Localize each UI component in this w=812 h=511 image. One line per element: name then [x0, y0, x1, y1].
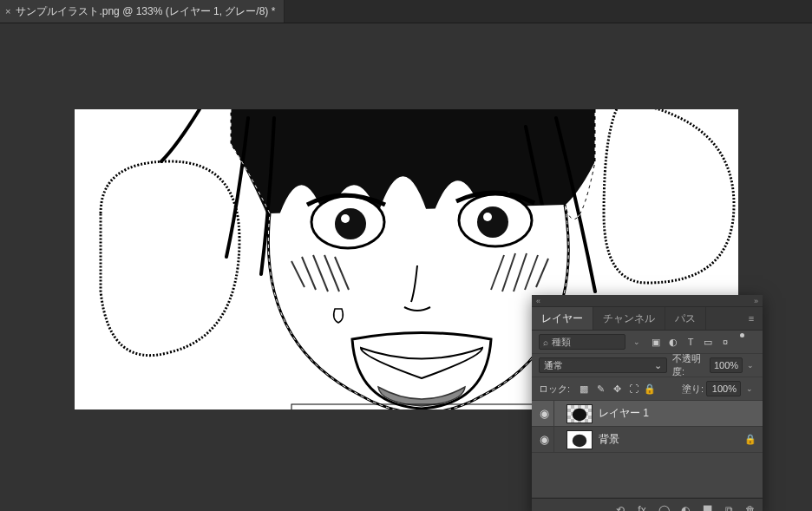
chevron-down-icon[interactable]: ⌄: [745, 361, 756, 370]
lock-transparency-icon[interactable]: ▩: [578, 383, 590, 395]
chevron-down-icon[interactable]: ⌄: [743, 384, 756, 393]
layer-fx-icon[interactable]: fx: [635, 503, 649, 512]
panel-menu-icon[interactable]: ≡: [740, 307, 763, 330]
svg-point-3: [341, 214, 350, 223]
panel-tab-strip: レイヤー チャンネル パス ≡: [532, 307, 763, 331]
visibility-toggle-icon[interactable]: ◉: [535, 427, 554, 452]
filter-smartobject-icon[interactable]: ¤: [719, 336, 731, 348]
lock-artboard-icon[interactable]: ⛶: [627, 383, 639, 395]
document-tab-title: サンプルイラスト.png @ 133% (レイヤー 1, グレー/8) *: [16, 4, 275, 19]
new-group-icon[interactable]: ▇: [700, 503, 714, 512]
blend-mode-select[interactable]: 通常 ⌄: [539, 357, 667, 373]
layer-item[interactable]: ◉ レイヤー 1: [532, 401, 763, 427]
svg-point-2: [335, 208, 366, 239]
link-layers-icon[interactable]: ⟲: [613, 503, 627, 512]
lock-position-icon[interactable]: ✥: [611, 383, 623, 395]
filter-pixel-icon[interactable]: ▣: [650, 336, 662, 348]
delete-layer-icon[interactable]: 🗑: [743, 503, 757, 512]
tab-layers[interactable]: レイヤー: [532, 307, 593, 330]
lock-fill-row: ロック: ▩ ✎ ✥ ⛶ 🔒 塗り: 100% ⌄: [532, 377, 763, 401]
document-tab-bar: × サンプルイラスト.png @ 133% (レイヤー 1, グレー/8) *: [0, 0, 812, 23]
collapse-right-icon[interactable]: »: [754, 297, 758, 305]
lock-image-icon[interactable]: ✎: [594, 383, 606, 395]
layers-panel-footer: ⟲ fx ◯ ◐ ▇ ⧉ 🗑: [532, 498, 763, 511]
new-layer-icon[interactable]: ⧉: [722, 503, 736, 512]
layer-filter-row: ⌕ 種類 ⌄ ▣ ◐ T ▭ ¤: [532, 331, 763, 354]
close-tab-icon[interactable]: ×: [5, 6, 10, 16]
visibility-toggle-icon[interactable]: ◉: [535, 401, 554, 426]
filter-type-label: 種類: [552, 336, 571, 349]
tab-channels[interactable]: チャンネル: [593, 307, 665, 330]
svg-point-20: [573, 434, 586, 447]
collapse-left-icon[interactable]: «: [536, 297, 540, 305]
svg-point-5: [477, 206, 508, 238]
chevron-down-icon[interactable]: ⌄: [631, 337, 643, 346]
opacity-input[interactable]: 100%: [710, 357, 743, 373]
document-tab[interactable]: × サンプルイラスト.png @ 133% (レイヤー 1, グレー/8) *: [0, 0, 285, 23]
fill-label: 塗り:: [682, 383, 704, 396]
layer-item[interactable]: ◉ 背景 🔒: [532, 427, 763, 453]
filter-toggle-switch[interactable]: [740, 333, 744, 337]
blend-opacity-row: 通常 ⌄ 不透明度: 100% ⌄: [532, 354, 763, 377]
opacity-label: 不透明度:: [672, 352, 707, 378]
filter-icon-group: ▣ ◐ T ▭ ¤: [650, 336, 731, 348]
blend-mode-value: 通常: [544, 359, 563, 372]
search-icon: ⌕: [543, 337, 548, 347]
lock-indicator-icon: 🔒: [742, 434, 759, 445]
fill-input[interactable]: 100%: [706, 381, 741, 396]
svg-point-6: [483, 213, 492, 221]
layers-empty-area[interactable]: [532, 453, 763, 498]
layer-name-label[interactable]: レイヤー 1: [599, 406, 759, 421]
panel-titlebar[interactable]: « »: [532, 295, 763, 307]
filter-shape-icon[interactable]: ▭: [702, 336, 714, 348]
add-adjustment-icon[interactable]: ◐: [678, 503, 692, 512]
add-mask-icon[interactable]: ◯: [657, 503, 671, 512]
filter-adjustment-icon[interactable]: ◐: [667, 336, 679, 348]
workspace: « » レイヤー チャンネル パス ≡ ⌕ 種類 ⌄ ▣ ◐ T ▭ ¤: [0, 23, 812, 511]
tab-paths[interactable]: パス: [665, 307, 706, 330]
chevron-down-icon: ⌄: [654, 360, 662, 371]
lock-label: ロック:: [539, 383, 570, 396]
layer-name-label[interactable]: 背景: [599, 432, 742, 447]
fill-value: 100%: [712, 383, 737, 394]
filter-text-icon[interactable]: T: [684, 336, 697, 348]
layer-thumbnail[interactable]: [566, 404, 593, 423]
svg-point-18: [573, 408, 586, 421]
layers-list: ◉ レイヤー 1 ◉ 背景 🔒: [532, 401, 763, 453]
opacity-value: 100%: [714, 360, 738, 370]
layers-panel: « » レイヤー チャンネル パス ≡ ⌕ 種類 ⌄ ▣ ◐ T ▭ ¤: [532, 295, 763, 511]
layer-thumbnail[interactable]: [566, 430, 593, 449]
layer-filter-type-select[interactable]: ⌕ 種類: [539, 334, 625, 350]
lock-all-icon[interactable]: 🔒: [644, 383, 656, 395]
